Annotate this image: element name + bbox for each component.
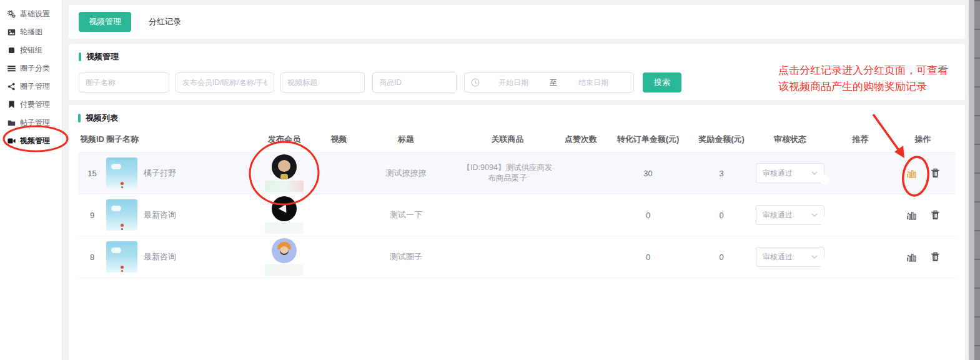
sidebar-item-button-group[interactable]: 按钮组 <box>0 41 62 59</box>
circle-thumbnail <box>106 158 137 189</box>
col-reward: 奖励金额(元) <box>693 134 750 145</box>
video-title: 测试圈子 <box>356 251 456 262</box>
sidebar-item-label: 帖子管理 <box>20 118 50 128</box>
video-title: 测试一下 <box>356 209 456 221</box>
col-actions: 操作 <box>890 134 956 145</box>
tab-bar-card: 视频管理 分红记录 <box>69 5 965 39</box>
video-camera-icon <box>7 137 16 145</box>
main-content: 视频管理 分红记录 视频管理 <box>63 0 969 360</box>
publisher-avatar <box>272 238 297 263</box>
bookmark-icon <box>7 101 16 109</box>
sidebar-item-label: 圈子管理 <box>20 81 50 92</box>
sidebar-item-basic-settings[interactable]: 基础设置 <box>0 5 62 23</box>
col-video: 视频 <box>322 134 356 145</box>
date-end-placeholder[interactable]: 结束日期 <box>560 78 627 88</box>
video-title-input[interactable] <box>280 72 365 92</box>
censored-name <box>265 181 304 192</box>
actions-cell <box>890 168 956 178</box>
audit-status-cell: 审核通过 <box>750 163 831 183</box>
video-id: 15 <box>78 169 106 178</box>
section-accent-bar <box>79 52 81 61</box>
sidebar: 基础设置 轮播图 按钮组 圈子分类 圈子管理 <box>0 0 62 360</box>
circle-cell: 最新咨询 <box>106 199 247 231</box>
col-audit-status: 审核状态 <box>750 134 831 145</box>
audit-status-select[interactable]: 审核通过 <box>756 247 824 267</box>
reward-amount: 0 <box>693 211 750 220</box>
delete-trash-icon[interactable] <box>931 210 940 220</box>
audit-status-select[interactable]: 审核通过 <box>756 163 824 183</box>
table-row: 9 最新咨询 测试一下 0 0 <box>78 194 956 236</box>
actions-cell <box>890 252 956 262</box>
sidebar-item-label: 圈子分类 <box>20 63 50 74</box>
video-list-card: 视频列表 视频ID 圈子名称 发布会员 视频 标题 关联商品 点赞次数 转化订单… <box>69 105 965 360</box>
dividend-chart-icon[interactable] <box>906 210 917 220</box>
reward-amount: 3 <box>693 169 750 178</box>
video-id: 9 <box>78 211 106 220</box>
clock-icon <box>471 78 480 87</box>
sidebar-item-label: 按钮组 <box>20 45 42 56</box>
date-separator: 至 <box>547 78 560 88</box>
member-search-input[interactable] <box>176 72 274 92</box>
image-icon <box>7 28 16 36</box>
publisher-avatar <box>272 154 297 179</box>
sidebar-item-paid-manage[interactable]: 付费管理 <box>0 96 62 114</box>
product-id-input[interactable] <box>372 72 457 92</box>
sidebar-item-label: 付费管理 <box>20 99 50 110</box>
col-video-id: 视频ID <box>78 134 106 145</box>
actions-cell <box>890 210 956 220</box>
related-product: 【ID:9094】测试供应商发布商品栗子 <box>456 162 559 184</box>
col-related-product: 关联商品 <box>456 134 559 145</box>
sidebar-item-label: 视频管理 <box>20 136 50 146</box>
audit-status-select[interactable]: 审核通过 <box>756 205 824 225</box>
sidebar-item-video-manage[interactable]: 视频管理 <box>0 132 62 150</box>
circle-cell: 橘子打野 <box>106 158 247 189</box>
gear-icon <box>7 10 16 18</box>
circle-name: 最新咨询 <box>144 251 176 262</box>
circle-name-input[interactable] <box>79 72 169 92</box>
censored-name <box>265 222 304 234</box>
delete-trash-icon[interactable] <box>931 252 940 262</box>
tab-video-manage[interactable]: 视频管理 <box>79 12 131 32</box>
order-amount: 0 <box>603 211 693 220</box>
table-row: 15 橘子打野 测试撩撩撩 【ID:9094】测试供应商发布商品栗子 30 3 <box>78 152 956 194</box>
delete-trash-icon[interactable] <box>931 168 940 178</box>
circle-thumbnail <box>106 241 137 272</box>
sidebar-item-label: 基础设置 <box>20 9 50 19</box>
publisher-avatar <box>272 196 297 221</box>
col-likes: 点赞次数 <box>559 134 603 145</box>
date-start-placeholder[interactable]: 开始日期 <box>480 78 547 88</box>
tab-dividend-records[interactable]: 分红记录 <box>149 16 181 28</box>
chevron-down-icon <box>811 213 818 217</box>
sidebar-item-carousel[interactable]: 轮播图 <box>0 23 62 41</box>
table-header-row: 视频ID 圈子名称 发布会员 视频 标题 关联商品 点赞次数 转化订单金额(元)… <box>78 126 956 152</box>
table-row: 8 最新咨询 测试圈子 0 0 <box>78 236 956 278</box>
circle-name: 橘子打野 <box>144 168 176 179</box>
dividend-chart-icon[interactable] <box>906 252 917 262</box>
circle-thumbnail <box>106 199 137 231</box>
sidebar-item-circle-category[interactable]: 圈子分类 <box>0 59 62 78</box>
video-title: 测试撩撩撩 <box>356 168 456 179</box>
col-publisher: 发布会员 <box>247 134 322 145</box>
vertical-scrollbar-track[interactable] <box>969 0 974 360</box>
sidebar-item-circle-manage[interactable]: 圈子管理 <box>0 78 62 96</box>
search-filter-card: 视频管理 开始日期 至 结束日期 搜索 <box>69 44 965 100</box>
share-icon <box>7 82 16 91</box>
sidebar-item-post-manage[interactable]: 帖子管理 <box>0 114 62 132</box>
circle-name: 最新咨询 <box>144 209 176 221</box>
search-section-title: 视频管理 <box>79 51 955 62</box>
publisher-cell <box>247 238 322 276</box>
date-range-picker[interactable]: 开始日期 至 结束日期 <box>464 72 634 92</box>
browser-scrollbar[interactable] <box>974 0 980 360</box>
folder-icon <box>7 119 16 127</box>
video-management-page: 基础设置 轮播图 按钮组 圈子分类 圈子管理 <box>0 0 980 360</box>
video-id: 8 <box>78 252 106 262</box>
search-button[interactable]: 搜索 <box>643 72 681 92</box>
list-icon <box>7 64 16 72</box>
publisher-cell <box>247 154 322 192</box>
col-title: 标题 <box>356 134 456 145</box>
order-amount: 0 <box>603 252 693 262</box>
publisher-cell <box>247 196 322 234</box>
list-section-title: 视频列表 <box>78 112 956 124</box>
dividend-chart-icon[interactable] <box>906 168 917 178</box>
col-order-amount: 转化订单金额(元) <box>603 134 693 145</box>
